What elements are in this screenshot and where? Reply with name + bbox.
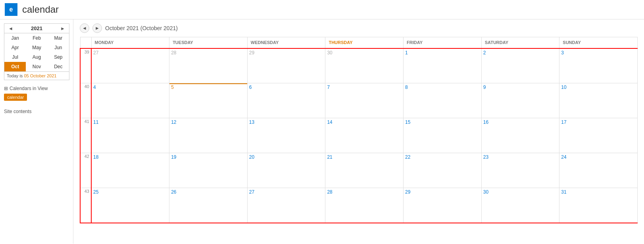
- today-line: [169, 83, 247, 84]
- cal-cell-wed-w40[interactable]: 6: [247, 83, 325, 118]
- week-num-40: 40: [80, 83, 91, 118]
- day-2[interactable]: 2: [483, 50, 486, 56]
- cal-cell-wed-w41[interactable]: 13: [247, 118, 325, 153]
- header-sunday: SUNDAY: [559, 37, 638, 48]
- day-28[interactable]: 28: [171, 50, 176, 56]
- cal-cell-sun-w42[interactable]: 24: [559, 153, 638, 188]
- cal-prev-btn[interactable]: ◄: [80, 23, 89, 33]
- cal-cell-sun-w41[interactable]: 17: [559, 118, 638, 153]
- day-3[interactable]: 3: [561, 50, 564, 56]
- mini-cal-aug[interactable]: Aug: [26, 52, 47, 62]
- mini-cal-jan[interactable]: Jan: [4, 33, 26, 43]
- day-30b[interactable]: 30: [483, 189, 488, 195]
- cal-cell-mon-w39[interactable]: 27: [91, 48, 169, 83]
- mini-cal-feb[interactable]: Feb: [26, 33, 47, 43]
- mini-cal-may[interactable]: May: [26, 43, 47, 52]
- cal-cell-fri-w42[interactable]: 22: [404, 153, 482, 188]
- cal-cell-sun-w40[interactable]: 10: [559, 83, 638, 118]
- mini-cal-next-btn[interactable]: ►: [59, 26, 67, 31]
- cal-cell-tue-w39[interactable]: 28: [169, 48, 248, 83]
- day-10[interactable]: 10: [561, 85, 566, 90]
- day-18[interactable]: 18: [93, 154, 98, 160]
- day-4[interactable]: 4: [93, 85, 96, 90]
- cal-cell-wed-w39[interactable]: 29: [247, 48, 325, 83]
- cal-cell-sat-w42[interactable]: 23: [481, 153, 559, 188]
- cal-cell-thu-w40[interactable]: 7: [325, 83, 404, 118]
- week-num-43: 43: [80, 188, 91, 223]
- cal-cell-sat-w39[interactable]: 2: [481, 48, 559, 83]
- cal-cell-sat-w43[interactable]: 30: [481, 188, 559, 223]
- week-num-41: 41: [80, 118, 91, 153]
- day-27[interactable]: 27: [93, 50, 98, 56]
- mini-cal-dec[interactable]: Dec: [48, 62, 69, 71]
- day-27b[interactable]: 27: [249, 189, 254, 195]
- day-12[interactable]: 12: [171, 119, 176, 125]
- cal-cell-sat-w41[interactable]: 16: [481, 118, 559, 153]
- day-29[interactable]: 29: [249, 50, 254, 56]
- mini-cal-nov[interactable]: Nov: [26, 62, 47, 71]
- cal-cell-sun-w43[interactable]: 31: [559, 188, 638, 223]
- cal-cell-fri-w41[interactable]: 15: [404, 118, 482, 153]
- cal-next-btn[interactable]: ►: [92, 23, 102, 33]
- cal-cell-mon-w43[interactable]: 25: [91, 188, 169, 223]
- day-7[interactable]: 7: [327, 85, 330, 90]
- cal-cell-sun-w39[interactable]: 3: [559, 48, 638, 83]
- day-21[interactable]: 21: [327, 154, 332, 160]
- cal-cell-mon-w41[interactable]: 11: [91, 118, 169, 153]
- mini-cal-sep[interactable]: Sep: [48, 52, 69, 62]
- cal-cell-sat-w40[interactable]: 9: [481, 83, 559, 118]
- cal-cell-wed-w42[interactable]: 20: [247, 153, 325, 188]
- cal-cell-mon-w40[interactable]: 4: [91, 83, 169, 118]
- day-14[interactable]: 14: [327, 119, 332, 125]
- mini-cal-prev-btn[interactable]: ◄: [7, 26, 15, 31]
- day-1[interactable]: 1: [405, 50, 408, 56]
- cal-cell-thu-w42[interactable]: 21: [325, 153, 404, 188]
- day-6[interactable]: 6: [249, 85, 252, 90]
- cal-cell-fri-w39[interactable]: 1: [404, 48, 482, 83]
- day-19[interactable]: 19: [171, 154, 176, 160]
- today-link[interactable]: 05 October 2021: [24, 73, 56, 78]
- day-17[interactable]: 17: [561, 119, 566, 125]
- day-5[interactable]: 5: [171, 85, 174, 90]
- site-contents[interactable]: Site contents: [4, 109, 69, 114]
- header-monday: MONDAY: [91, 37, 169, 48]
- day-11[interactable]: 11: [93, 119, 98, 125]
- cal-cell-tue-w43[interactable]: 26: [169, 188, 248, 223]
- app-header: e calendar: [0, 0, 644, 19]
- day-8[interactable]: 8: [405, 85, 408, 90]
- calendar-badge[interactable]: calendar: [4, 94, 27, 101]
- cal-cell-wed-w43[interactable]: 27: [247, 188, 325, 223]
- day-26[interactable]: 26: [171, 189, 176, 195]
- cal-cell-tue-w41[interactable]: 12: [169, 118, 248, 153]
- today-prefix: Today is: [7, 73, 24, 78]
- mini-cal-jun[interactable]: Jun: [48, 43, 69, 52]
- day-13[interactable]: 13: [249, 119, 254, 125]
- day-30[interactable]: 30: [327, 50, 332, 56]
- day-22[interactable]: 22: [405, 154, 410, 160]
- mini-cal-jul[interactable]: Jul: [4, 52, 26, 62]
- mini-cal-oct[interactable]: Oct: [4, 62, 26, 71]
- cal-cell-thu-w39[interactable]: 30: [325, 48, 404, 83]
- cal-cell-fri-w43[interactable]: 29: [404, 188, 482, 223]
- day-29b[interactable]: 29: [405, 189, 410, 195]
- cal-main: ◄ ► October 2021 (October 2021) MONDAY: [73, 19, 644, 244]
- day-15[interactable]: 15: [405, 119, 410, 125]
- day-28b[interactable]: 28: [327, 189, 332, 195]
- cal-cell-thu-w43[interactable]: 28: [325, 188, 404, 223]
- day-16[interactable]: 16: [483, 119, 488, 125]
- day-31[interactable]: 31: [561, 189, 566, 195]
- day-25[interactable]: 25: [93, 189, 98, 195]
- cal-cell-tue-w40[interactable]: 5: [169, 83, 248, 118]
- table-row: 41 11 12 13 14 15 16 17: [80, 118, 638, 153]
- mini-cal-apr[interactable]: Apr: [4, 43, 26, 52]
- cal-cell-fri-w40[interactable]: 8: [404, 83, 482, 118]
- cal-cell-thu-w41[interactable]: 14: [325, 118, 404, 153]
- header-saturday: SATURDAY: [481, 37, 559, 48]
- day-24[interactable]: 24: [561, 154, 566, 160]
- day-23[interactable]: 23: [483, 154, 488, 160]
- day-9[interactable]: 9: [483, 85, 486, 90]
- day-20[interactable]: 20: [249, 154, 254, 160]
- cal-cell-tue-w42[interactable]: 19: [169, 153, 248, 188]
- mini-cal-mar[interactable]: Mar: [48, 33, 69, 43]
- cal-cell-mon-w42[interactable]: 18: [91, 153, 169, 188]
